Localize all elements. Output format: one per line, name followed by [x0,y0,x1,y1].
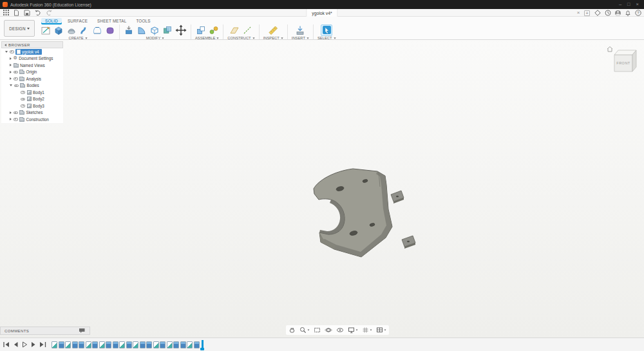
timeline-extrude-feature-icon[interactable] [180,341,186,348]
combine-icon[interactable] [162,25,173,35]
browser-item-body1[interactable]: Body1 [1,89,63,96]
expand-caret-icon[interactable] [10,71,12,73]
timeline-sketch-feature-icon[interactable] [153,341,159,348]
visibility-eye-icon[interactable] [21,98,25,101]
notifications-bell-icon[interactable] [625,10,631,16]
timeline-extrude-feature-icon[interactable] [106,341,111,348]
timeline-extrude-feature-icon[interactable] [173,341,179,348]
save-icon[interactable] [24,10,30,16]
redo-icon[interactable] [46,10,52,16]
select-icon[interactable] [322,25,332,35]
viewports-button[interactable] [375,326,387,334]
timeline-sketch-feature-icon[interactable] [119,341,125,348]
browser-item-named-views[interactable]: Named Views [1,62,63,69]
home-icon[interactable] [607,47,612,50]
browser-item-analysis[interactable]: Analysis [1,75,63,82]
timeline-extrude-feature-icon[interactable] [59,341,64,348]
visibility-eye-icon[interactable] [14,77,18,81]
comment-bubble-icon[interactable] [79,328,86,334]
move-copy-icon[interactable] [175,24,187,36]
home-icon[interactable] [608,49,612,52]
undo-icon[interactable] [35,10,41,16]
timeline-extrude-feature-icon[interactable] [146,341,152,348]
expand-caret-icon[interactable] [10,57,12,60]
job-status-clock-icon[interactable] [605,10,611,16]
document-tab[interactable]: ygolok v4* [306,9,337,17]
body1[interactable] [314,169,392,257]
minimize-button[interactable]: – [619,0,621,9]
expand-caret-icon[interactable] [10,77,12,80]
workspace-selector[interactable]: DESIGN [4,20,35,37]
timeline-extrude-feature-icon[interactable] [194,341,200,348]
visibility-eye-icon[interactable] [10,50,14,53]
create-form-icon[interactable] [105,25,115,35]
fillet-icon[interactable] [137,25,147,35]
new-tab-button[interactable]: + [584,10,590,16]
timeline-sketch-feature-icon[interactable] [187,341,193,348]
visibility-eye-icon[interactable] [14,118,18,121]
new-component-icon[interactable] [196,25,206,35]
display-settings-button[interactable] [347,326,359,334]
browser-item-document-settings[interactable]: ⚙ Document Settings [1,55,63,62]
timeline-sketch-feature-icon[interactable] [99,341,105,348]
timeline-sketch-feature-icon[interactable] [65,341,71,348]
timeline-sketch-feature-icon[interactable] [133,341,138,348]
visibility-eye-icon[interactable] [14,71,18,74]
press-pull-icon[interactable] [124,25,134,35]
close-tab-icon[interactable]: × [575,9,582,17]
expand-caret-icon[interactable] [10,118,12,120]
expand-caret-icon[interactable] [5,51,8,53]
browser-item-body2[interactable]: Body2 [1,96,63,103]
file-icon[interactable] [14,10,19,16]
visibility-eye-icon[interactable] [14,111,18,115]
app-grid-menu-icon[interactable] [3,10,9,15]
browser-item-root[interactable]: ygolok v4 [1,48,63,55]
collapse-panel-icon[interactable] [5,44,6,46]
construction-axis-icon[interactable] [242,25,252,35]
timeline-marker[interactable] [202,340,204,350]
visibility-eye-icon[interactable] [21,91,25,94]
look-at-button[interactable] [336,326,345,334]
browser-item-origin[interactable]: Origin [1,69,63,76]
grid-and-snaps-button[interactable] [361,326,373,334]
shell-icon[interactable] [149,25,160,35]
fusion-logo-icon[interactable] [3,2,8,7]
tab-tools[interactable]: TOOLS [132,18,154,24]
3d-model[interactable] [303,162,422,262]
comments-panel[interactable]: COMMENTS [0,327,90,335]
help-icon[interactable]: ? [635,10,641,16]
construction-plane-icon[interactable] [229,25,240,35]
browser-item-bodies[interactable]: Bodies [1,82,63,90]
timeline-extrude-feature-icon[interactable] [160,341,166,348]
insert-icon[interactable] [295,25,305,35]
loft-icon[interactable] [92,25,102,35]
timeline-sketch-feature-icon[interactable] [167,341,173,348]
close-button[interactable]: × [636,0,639,9]
tab-solid[interactable]: SOLID [41,18,62,24]
joint-icon[interactable] [209,25,219,35]
modeling-viewport[interactable]: BROWSER ygolok v4 ⚙ Document Settings Na… [0,40,644,337]
go-to-start-icon[interactable] [3,341,10,348]
body3[interactable] [402,236,415,249]
expand-caret-icon[interactable] [10,111,12,114]
browser-item-body3[interactable]: Body3 [1,102,63,109]
timeline-extrude-feature-icon[interactable] [79,341,84,348]
timeline-extrude-feature-icon[interactable] [92,341,98,348]
timeline-extrude-feature-icon[interactable] [140,341,146,348]
visibility-eye-icon[interactable] [14,84,19,88]
browser-item-sketches[interactable]: Sketches [1,109,63,117]
tab-surface[interactable]: SURFACE [64,18,91,24]
orbit-button[interactable] [324,326,333,334]
timeline-sketch-feature-icon[interactable] [52,341,57,348]
expand-caret-icon[interactable] [10,84,12,86]
user-avatar[interactable] [615,10,621,16]
timeline-extrude-feature-icon[interactable] [113,341,118,348]
timeline-extrude-feature-icon[interactable] [126,341,132,348]
visibility-eye-icon[interactable] [21,104,25,108]
create-sketch-icon[interactable] [41,25,51,35]
extrude-icon[interactable] [53,25,64,35]
revolve-icon[interactable] [66,25,77,35]
viewcube[interactable]: FRONT [607,45,641,76]
timeline-sketch-feature-icon[interactable] [86,341,91,348]
timeline-extrude-feature-icon[interactable] [72,341,78,348]
